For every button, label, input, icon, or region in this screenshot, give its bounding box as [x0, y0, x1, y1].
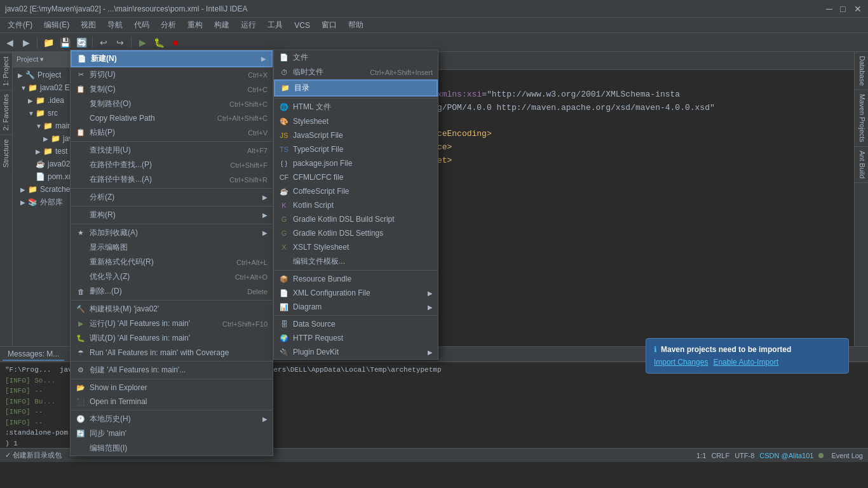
- context-menu[interactable]: 📄 新建(N) ▶ ✂ 剪切(U) Ctrl+X 📋 复制(C) Ctrl+C: [70, 50, 273, 456]
- ctx-copy[interactable]: 📋 复制(C) Ctrl+C: [71, 82, 273, 97]
- ctx-find-usages[interactable]: 查找使用(U) Alt+F7: [71, 143, 273, 158]
- ctx-replace-in-path[interactable]: 在路径中替换...(A) Ctrl+Shift+R: [71, 172, 273, 187]
- right-tab-maven[interactable]: Maven Projects: [855, 90, 868, 147]
- new-cfml-item[interactable]: CF CFML/CFC file: [274, 170, 438, 184]
- new-resource-bundle-item[interactable]: 📦 Resource Bundle: [274, 272, 438, 286]
- toolbar-sep1: [37, 37, 37, 48]
- new-css-item[interactable]: 🎨 Stylesheet: [274, 114, 438, 128]
- toolbar-redo[interactable]: ↪: [113, 36, 127, 50]
- ctx-analyze[interactable]: 分析(Z) ▶: [71, 190, 273, 205]
- toolbar-run[interactable]: ▶: [135, 36, 149, 50]
- statusbar-action: ✓ 创建新目录或包: [5, 451, 62, 460]
- new-coffee-item[interactable]: ☕ CoffeeScript File: [274, 184, 438, 198]
- ctx-sync[interactable]: 🔄同步 'main': [71, 426, 273, 441]
- new-xml-config-item[interactable]: 📄 XML Configuration File ▶: [274, 286, 438, 300]
- new-ts-item[interactable]: TS TypeScript File: [274, 142, 438, 156]
- ctx-refactor[interactable]: 重构(R) ▶: [71, 208, 273, 222]
- new-gradle-build-item[interactable]: G Gradle Kotlin DSL Build Script: [274, 212, 438, 226]
- new-js-icon: JS: [279, 130, 289, 140]
- maximize-button[interactable]: □: [840, 4, 849, 13]
- toolbar-save[interactable]: 💾: [58, 36, 72, 50]
- thumb-icon: [76, 243, 86, 253]
- ctx-optimize-imports[interactable]: 优化导入(Z) Ctrl+Alt+O: [71, 269, 273, 284]
- menu-refactor[interactable]: 重构: [182, 18, 208, 32]
- new-dir-item[interactable]: 📁 目录: [274, 79, 438, 97]
- ctx-cut[interactable]: ✂ 剪切(U) Ctrl+X: [71, 67, 273, 82]
- statusbar-event-log[interactable]: Event Log: [831, 452, 863, 459]
- menu-analyze[interactable]: 分析: [156, 18, 181, 32]
- ctx-run[interactable]: ▶运行(U) 'All Features in: main' Ctrl+Shif…: [71, 316, 273, 331]
- menu-edit[interactable]: 编辑(E): [39, 18, 74, 32]
- bottom-tab-messages[interactable]: Messages: M...: [3, 348, 64, 361]
- ctx-open-terminal[interactable]: ⬛Open in Terminal: [71, 395, 273, 409]
- ctx-menu-new[interactable]: 📄 新建(N) ▶: [71, 50, 273, 67]
- sidebar-item-structure[interactable]: Structure: [0, 135, 12, 172]
- menu-window[interactable]: 窗口: [316, 18, 342, 32]
- ctx-sep1: [71, 141, 273, 142]
- new-html-item[interactable]: 🌐 HTML 文件: [274, 100, 438, 114]
- right-vertical-tabs: Database Maven Projects Ant Build: [854, 52, 868, 346]
- ctx-delete[interactable]: 🗑删除...(D) Delete: [71, 284, 273, 299]
- menu-vcs[interactable]: VCS: [289, 20, 315, 31]
- ctx-find-in-path[interactable]: 在路径中查找...(P) Ctrl+Shift+F: [71, 158, 273, 172]
- toolbar-refresh[interactable]: 🔄: [74, 36, 88, 50]
- new-submenu[interactable]: 📄 文件 ⏱ 临时文件 Ctrl+Alt+Shift+Insert 📁 目录 🌐…: [273, 50, 438, 360]
- ctx-build-module[interactable]: 🔨构建模块(M) 'java02': [71, 302, 273, 316]
- ctx-reformat[interactable]: 重新格式化代码(R) Ctrl+Alt+L: [71, 255, 273, 269]
- ctx-paste[interactable]: 📋 粘贴(P) Ctrl+V: [71, 125, 273, 140]
- new-dir-icon: 📁: [280, 83, 290, 93]
- sidebar-item-project[interactable]: 1: Project: [0, 52, 12, 90]
- close-button[interactable]: ✕: [854, 4, 863, 13]
- new-json-item[interactable]: { } package.json File: [274, 156, 438, 170]
- toolbar-debug[interactable]: 🐛: [152, 36, 166, 50]
- sidebar-item-favorites[interactable]: 2: Favorites: [0, 90, 12, 134]
- ctx-run-coverage[interactable]: ☂Run 'All Features in: main' with Covera…: [71, 346, 273, 360]
- ctx-show-thumbnail[interactable]: 显示编略图: [71, 240, 273, 255]
- diagram-arrow: ▶: [428, 304, 433, 311]
- toolbar-undo[interactable]: ↩: [97, 36, 111, 50]
- new-kotlin-item[interactable]: K Kotlin Script: [274, 198, 438, 212]
- find-icon: [76, 146, 86, 156]
- toolbar-forward[interactable]: ▶: [19, 36, 33, 50]
- new-edit-templates-item[interactable]: 编辑文件模板...: [274, 254, 438, 269]
- minimize-button[interactable]: ─: [826, 4, 835, 13]
- menu-tools[interactable]: 工具: [262, 18, 288, 32]
- new-diagram-item[interactable]: 📊 Diagram ▶: [274, 300, 438, 314]
- new-xslt-item[interactable]: X XSLT Stylesheet: [274, 240, 438, 254]
- new-gradle-settings-item[interactable]: G Gradle Kotlin DSL Settings: [274, 226, 438, 240]
- right-tab-ant[interactable]: Ant Build: [855, 147, 868, 183]
- new-plugin-item[interactable]: 🔌 Plugin DevKit ▶: [274, 345, 438, 359]
- toolbar-back[interactable]: ◀: [3, 36, 17, 50]
- right-tab-database[interactable]: Database: [855, 52, 868, 90]
- delete-icon: 🗑: [76, 287, 86, 297]
- new-temp-item[interactable]: ⏱ 临时文件 Ctrl+Alt+Shift+Insert: [274, 65, 438, 79]
- new-http-item[interactable]: 🌍 HTTP Request: [274, 331, 438, 345]
- menu-help[interactable]: 帮助: [343, 18, 369, 32]
- toolbar-sep3: [131, 37, 132, 48]
- new-js-item[interactable]: JS JavaScript File: [274, 128, 438, 142]
- menu-file[interactable]: 文件(F): [3, 18, 37, 32]
- toolbar-stop[interactable]: ■: [168, 36, 182, 50]
- ctx-copy-relative-path[interactable]: Copy Relative Path Ctrl+Alt+Shift+C: [71, 111, 273, 125]
- ctx-copy-path[interactable]: 复制路径(O) Ctrl+Shift+C: [71, 97, 273, 111]
- ctx-create[interactable]: ⚙创建 'All Features in: main'...: [71, 363, 273, 377]
- ctx-scope[interactable]: 编辑范围(I): [71, 441, 273, 456]
- menu-code[interactable]: 代码: [129, 18, 154, 32]
- ctx-local-history[interactable]: 🕐本地历史(H) ▶: [71, 412, 273, 426]
- new-datasource-item[interactable]: 🗄 Data Source: [274, 317, 438, 331]
- menu-navigate[interactable]: 导航: [102, 18, 128, 32]
- ctx-debug[interactable]: 🐛调试(D) 'All Features in: main': [71, 331, 273, 346]
- ctx-show-in-explorer[interactable]: 📂Show in Explorer: [71, 381, 273, 395]
- new-gradle-build-icon: G: [279, 214, 289, 224]
- menu-build[interactable]: 构建: [209, 18, 234, 32]
- maven-import-changes-link[interactable]: Import Changes: [654, 358, 708, 367]
- menu-run[interactable]: 运行: [236, 18, 261, 32]
- ctx-add-favorites[interactable]: ★添加到收藏(A) ▶: [71, 226, 273, 240]
- ctx-sep5: [71, 300, 273, 301]
- toolbar-open[interactable]: 📁: [41, 36, 55, 50]
- sync-icon: 🔄: [76, 429, 86, 439]
- maven-enable-auto-import-link[interactable]: Enable Auto-Import: [713, 358, 778, 367]
- menu-view[interactable]: 视图: [76, 18, 101, 32]
- build-icon: 🔨: [76, 304, 86, 315]
- new-file-item[interactable]: 📄 文件: [274, 50, 438, 65]
